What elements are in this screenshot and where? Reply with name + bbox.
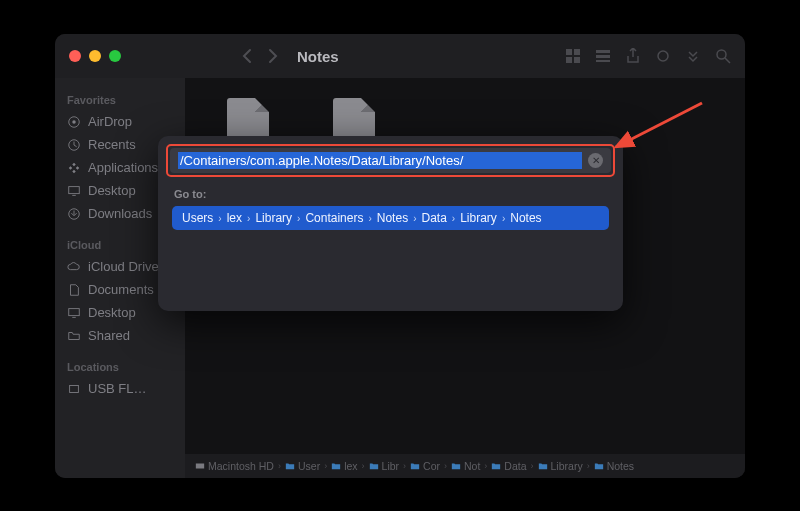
chevron-right-icon: › <box>362 461 365 471</box>
nav-arrows <box>241 48 279 64</box>
window-title: Notes <box>297 48 339 65</box>
svg-rect-3 <box>574 57 580 63</box>
pathbar-segment[interactable]: Macintosh HD <box>195 460 274 472</box>
svg-point-8 <box>717 50 726 59</box>
goto-input-value: /Containers/com.apple.Notes/Data/Library… <box>178 152 582 169</box>
goto-result-segment: Notes <box>377 211 408 225</box>
toolbar-icons <box>565 34 731 78</box>
svg-rect-6 <box>596 60 610 62</box>
close-button[interactable] <box>69 50 81 62</box>
svg-rect-15 <box>70 385 79 392</box>
svg-rect-2 <box>566 57 572 63</box>
share-icon[interactable] <box>625 48 641 64</box>
chevron-right-icon: › <box>452 213 455 224</box>
clock-icon <box>67 138 81 152</box>
chevron-right-icon: › <box>247 213 250 224</box>
airdrop-icon <box>67 115 81 129</box>
goto-result-segment: Library <box>255 211 292 225</box>
group-icon[interactable] <box>595 48 611 64</box>
document-icon <box>67 283 81 297</box>
pathbar-segment[interactable]: Notes <box>594 460 634 472</box>
forward-button[interactable] <box>267 48 279 64</box>
tag-icon[interactable] <box>655 48 671 64</box>
chevron-right-icon: › <box>531 461 534 471</box>
overflow-icon[interactable] <box>685 48 701 64</box>
sidebar-item-label: Documents <box>88 282 154 297</box>
sidebar-item-airdrop[interactable]: AirDrop <box>63 110 177 133</box>
sidebar-item-label: Desktop <box>88 305 136 320</box>
svg-rect-4 <box>596 50 610 53</box>
sidebar-item-label: USB FL… <box>88 381 147 396</box>
minimize-button[interactable] <box>89 50 101 62</box>
chevron-right-icon: › <box>502 213 505 224</box>
pathbar-segment[interactable]: Library <box>538 460 583 472</box>
goto-result-segment: Notes <box>510 211 541 225</box>
svg-rect-14 <box>69 308 80 315</box>
downloads-icon <box>67 207 81 221</box>
pathbar-segment[interactable]: Not <box>451 460 480 472</box>
svg-point-7 <box>658 51 668 61</box>
svg-rect-12 <box>69 186 80 193</box>
folder-icon <box>67 329 81 343</box>
sidebar-item-label: Downloads <box>88 206 152 221</box>
sidebar-item-label: AirDrop <box>88 114 132 129</box>
pathbar-segment[interactable]: Cor <box>410 460 440 472</box>
sidebar-item-label: Shared <box>88 328 130 343</box>
window-controls <box>69 50 121 62</box>
goto-result-segment: Users <box>182 211 213 225</box>
svg-rect-1 <box>574 49 580 55</box>
drive-icon <box>67 382 81 396</box>
goto-input[interactable]: /Containers/com.apple.Notes/Data/Library… <box>170 148 611 173</box>
sidebar-item-label: iCloud Drive <box>88 259 159 274</box>
goto-result-segment: lex <box>227 211 242 225</box>
svg-point-10 <box>72 120 76 124</box>
pathbar-segment[interactable]: lex <box>331 460 357 472</box>
view-grid-icon[interactable] <box>565 48 581 64</box>
sidebar-item-shared[interactable]: Shared <box>63 324 177 347</box>
pathbar-segment[interactable]: Libr <box>369 460 400 472</box>
svg-rect-16 <box>196 464 204 469</box>
chevron-right-icon: › <box>484 461 487 471</box>
cloud-icon <box>67 260 81 274</box>
pathbar-segment[interactable]: User <box>285 460 320 472</box>
desktop-icon <box>67 184 81 198</box>
chevron-right-icon: › <box>324 461 327 471</box>
chevron-right-icon: › <box>403 461 406 471</box>
sidebar-item-label: Applications <box>88 160 158 175</box>
sidebar-item-usb[interactable]: USB FL… <box>63 377 177 400</box>
apps-icon <box>67 161 81 175</box>
goto-result-segment: Library <box>460 211 497 225</box>
chevron-right-icon: › <box>218 213 221 224</box>
chevron-right-icon: › <box>297 213 300 224</box>
desktop-icon <box>67 306 81 320</box>
goto-result-segment: Data <box>421 211 446 225</box>
clear-icon[interactable]: ✕ <box>588 153 603 168</box>
chevron-right-icon: › <box>368 213 371 224</box>
goto-label: Go to: <box>174 188 206 200</box>
path-bar: Macintosh HD›User›lex›Libr›Cor›Not›Data›… <box>185 454 745 478</box>
svg-rect-5 <box>596 55 610 58</box>
goto-folder-sheet: /Containers/com.apple.Notes/Data/Library… <box>158 136 623 311</box>
goto-result[interactable]: Users›lex›Library›Containers›Notes›Data›… <box>172 206 609 230</box>
back-button[interactable] <box>241 48 253 64</box>
sidebar-heading-locations: Locations <box>67 361 173 373</box>
goto-input-highlight: /Containers/com.apple.Notes/Data/Library… <box>166 144 615 177</box>
chevron-right-icon: › <box>444 461 447 471</box>
chevron-right-icon: › <box>587 461 590 471</box>
chevron-right-icon: › <box>413 213 416 224</box>
sidebar-heading-favorites: Favorites <box>67 94 173 106</box>
svg-rect-0 <box>566 49 572 55</box>
zoom-button[interactable] <box>109 50 121 62</box>
chevron-right-icon: › <box>278 461 281 471</box>
goto-result-segment: Containers <box>305 211 363 225</box>
titlebar: Notes <box>55 34 745 78</box>
search-icon[interactable] <box>715 48 731 64</box>
sidebar-item-label: Desktop <box>88 183 136 198</box>
sidebar-item-label: Recents <box>88 137 136 152</box>
pathbar-segment[interactable]: Data <box>491 460 526 472</box>
